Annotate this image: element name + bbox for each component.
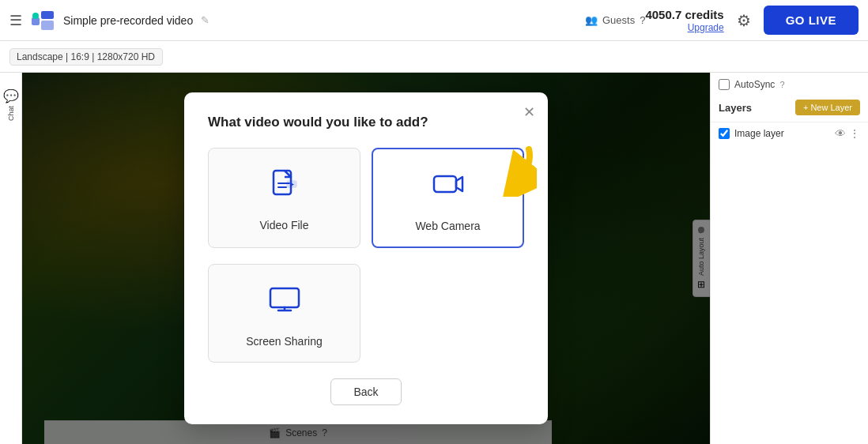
web-camera-option[interactable]: Web Camera [372, 148, 524, 248]
modal-bottom-row: Screen Sharing [208, 264, 524, 363]
layers-header: Layers + New Layer [711, 96, 868, 122]
svg-rect-6 [434, 176, 456, 192]
svg-rect-8 [270, 288, 299, 307]
video-file-icon [267, 166, 302, 208]
autosync-help-icon[interactable]: ? [779, 80, 784, 89]
brand-logo [30, 8, 55, 33]
screen-sharing-label: Screen Sharing [246, 335, 323, 348]
layer-name: Image layer [734, 128, 830, 139]
modal-footer: Back [208, 378, 524, 405]
upgrade-link[interactable]: Upgrade [645, 22, 723, 33]
video-file-label: Video File [259, 219, 308, 231]
canvas-area: 🎬 Scenes ? What video would you like to … [22, 73, 710, 444]
autosync-checkbox[interactable] [719, 79, 730, 90]
layer-item: Image layer 👁 ⋮ [711, 122, 868, 145]
guests-icon: 👥 [585, 14, 598, 26]
web-camera-label: Web Camera [415, 220, 480, 232]
screen-sharing-option[interactable]: Screen Sharing [208, 264, 360, 363]
sidebar-chat-button[interactable]: 💬 Chat [3, 88, 19, 121]
new-layer-button[interactable]: + New Layer [795, 100, 860, 115]
credits-amount: 4050.7 credits [645, 8, 723, 21]
layer-checkbox[interactable] [719, 128, 730, 139]
layer-more-icon[interactable]: ⋮ [849, 127, 860, 140]
modal-title: What video would you like to add? [208, 115, 524, 130]
guests-button[interactable]: 👥 Guests ? [585, 14, 645, 26]
svg-rect-2 [41, 21, 54, 30]
resolution-select[interactable]: Landscape | 16:9 | 1280x720 HD [9, 48, 163, 66]
subbar-left: Landscape | 16:9 | 1280x720 HD [9, 48, 163, 66]
layers-title: Layers [719, 102, 752, 114]
settings-icon[interactable]: ⚙ [737, 11, 751, 30]
back-button[interactable]: Back [330, 378, 401, 405]
arrow-annotation [477, 141, 537, 200]
svg-point-3 [32, 13, 39, 19]
subbar: Landscape | 16:9 | 1280x720 HD [0, 41, 868, 73]
guests-label: Guests [602, 14, 635, 26]
project-title: Simple pre-recorded video [63, 14, 193, 27]
chat-icon: 💬 [3, 88, 19, 103]
main-layout: 💬 Chat 🎬 Scenes ? What video would you l… [0, 73, 868, 444]
modal-options-grid: Video File Web Camera [208, 148, 524, 248]
modal-overlay: What video would you like to add? ✕ [22, 73, 710, 444]
go-live-button[interactable]: GO LIVE [764, 6, 859, 35]
right-panel: AutoSync ? Layers + New Layer Image laye… [710, 73, 868, 444]
topbar-left: ☰ Simple pre-recorded video ✎ [9, 8, 585, 33]
layer-actions: 👁 ⋮ [835, 127, 860, 140]
left-sidebar: 💬 Chat [0, 73, 22, 444]
autosync-label: AutoSync [734, 79, 775, 90]
topbar-right: 4050.7 credits Upgrade ⚙ GO LIVE [645, 6, 859, 35]
brand-logo-icon [30, 8, 55, 33]
edit-icon[interactable]: ✎ [201, 14, 209, 26]
video-file-option[interactable]: Video File [208, 148, 360, 248]
web-camera-icon [431, 167, 466, 209]
guests-help-icon[interactable]: ? [640, 14, 645, 26]
layer-visibility-icon[interactable]: 👁 [835, 127, 846, 140]
add-video-modal: What video would you like to add? ✕ [184, 92, 548, 424]
modal-close-button[interactable]: ✕ [523, 103, 535, 121]
chat-label: Chat [7, 106, 15, 121]
screen-sharing-icon [267, 282, 302, 324]
autosync-row: AutoSync ? [711, 73, 868, 96]
credits-block: 4050.7 credits Upgrade [645, 8, 723, 33]
topbar: ☰ Simple pre-recorded video ✎ 👥 Guests ?… [0, 0, 868, 41]
svg-rect-1 [41, 11, 54, 19]
hamburger-icon[interactable]: ☰ [9, 12, 22, 29]
